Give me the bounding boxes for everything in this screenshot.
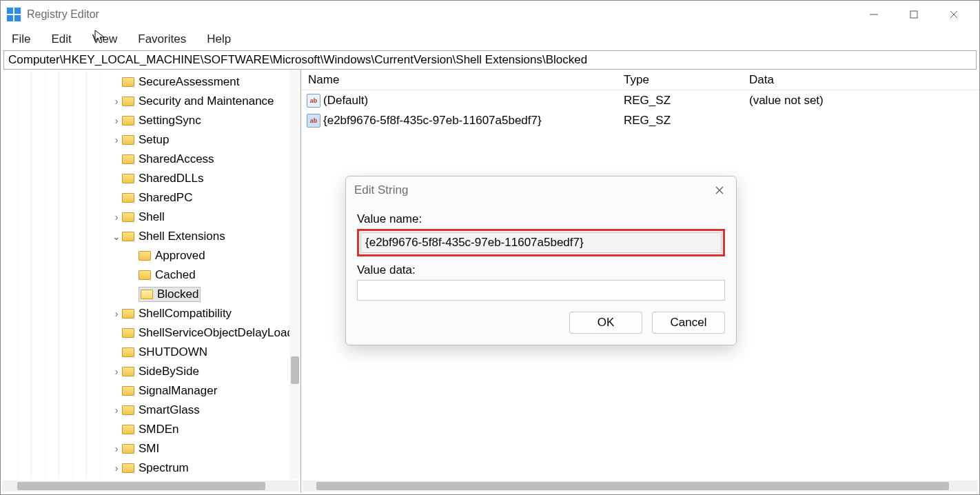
chevron-right-icon[interactable]: ›: [111, 443, 122, 454]
tree-item[interactable]: ›Spectrum: [1, 458, 300, 478]
tree-item[interactable]: Cached: [1, 265, 300, 285]
chevron-right-icon[interactable]: ›: [111, 463, 122, 474]
tree-item[interactable]: SMDEn: [1, 420, 300, 439]
value-name-highlight: [357, 229, 725, 256]
column-type[interactable]: Type: [624, 73, 749, 87]
folder-icon: [122, 309, 134, 319]
close-button[interactable]: [934, 1, 974, 28]
chevron-right-icon[interactable]: ›: [111, 405, 122, 416]
tree-item-label: Cached: [155, 268, 196, 282]
tree-item-label: SharedPC: [139, 191, 192, 205]
value-data-label: Value data:: [357, 263, 725, 277]
value-data-input[interactable]: [357, 280, 725, 301]
svg-rect-1: [14, 8, 21, 14]
tree-item[interactable]: ⌄Shell Extensions: [1, 227, 300, 246]
folder-icon: [122, 116, 134, 125]
column-data[interactable]: Data: [749, 73, 979, 87]
tree-item-label: Security and Maintenance: [139, 94, 274, 108]
folder-icon: [122, 135, 134, 145]
tree-item[interactable]: SharedPC: [1, 188, 300, 208]
folder-icon: [122, 97, 134, 106]
menu-bar: File Edit View Favorites Help: [1, 28, 979, 50]
tree-item[interactable]: ShellServiceObjectDelayLoad: [1, 323, 300, 343]
edit-string-dialog: Edit String Value name: Value data: OK C…: [345, 176, 737, 345]
tree-item-label: ShellServiceObjectDelayLoad: [139, 326, 294, 340]
folder-icon: [122, 193, 134, 203]
values-list[interactable]: ab(Default)REG_SZ(value not set)ab{e2bf9…: [301, 90, 979, 130]
value-name: (Default): [323, 94, 624, 108]
chevron-right-icon[interactable]: ›: [111, 212, 122, 223]
tree-item[interactable]: SharedDLLs: [1, 169, 300, 188]
chevron-right-icon[interactable]: ›: [111, 115, 122, 126]
svg-rect-3: [14, 15, 21, 21]
tree-item[interactable]: ›SmartGlass: [1, 401, 300, 420]
value-name: {e2bf9676-5f8f-435c-97eb-11607a5bedf7}: [323, 114, 624, 128]
registry-tree[interactable]: SecureAssessment›Security and Maintenanc…: [1, 70, 300, 479]
tree-item[interactable]: ›ShellCompatibility: [1, 304, 300, 323]
folder-icon: [139, 270, 151, 280]
folder-icon: [122, 212, 134, 222]
tree-item[interactable]: SecureAssessment: [1, 72, 300, 92]
tree-item-label: SharedAccess: [139, 152, 214, 166]
menu-file[interactable]: File: [8, 30, 34, 49]
chevron-right-icon[interactable]: ›: [111, 134, 122, 145]
maximize-button[interactable]: [894, 1, 934, 28]
value-name-input: [360, 232, 722, 253]
tree-item[interactable]: ›SettingSync: [1, 111, 300, 130]
tree-item[interactable]: ›SMI: [1, 439, 300, 458]
tree-item[interactable]: SignalManager: [1, 381, 300, 401]
tree-item[interactable]: Approved: [1, 246, 300, 265]
tree-item-label: SharedDLLs: [139, 172, 204, 185]
tree-item[interactable]: ›Security and Maintenance: [1, 92, 300, 111]
folder-icon: [122, 174, 134, 183]
cancel-button[interactable]: Cancel: [652, 312, 725, 334]
tree-item-label: SHUTDOWN: [139, 345, 207, 359]
tree-item-label: Blocked: [157, 287, 198, 301]
svg-rect-2: [7, 15, 13, 21]
folder-icon: [122, 405, 134, 415]
value-type: REG_SZ: [624, 114, 749, 128]
string-value-icon: ab: [307, 94, 320, 108]
minimize-button[interactable]: [854, 1, 894, 28]
svg-rect-0: [7, 8, 13, 14]
tree-item[interactable]: ›SideBySide: [1, 362, 300, 381]
chevron-right-icon[interactable]: ›: [111, 366, 122, 377]
menu-favorites[interactable]: Favorites: [134, 30, 190, 49]
tree-pane: SecureAssessment›Security and Maintenanc…: [1, 70, 301, 493]
tree-item-label: SmartGlass: [139, 403, 200, 417]
folder-icon: [122, 367, 134, 376]
tree-item[interactable]: Blocked: [1, 285, 300, 304]
address-bar[interactable]: Computer\HKEY_LOCAL_MACHINE\SOFTWARE\Mic…: [3, 50, 977, 70]
tree-item[interactable]: SHUTDOWN: [1, 343, 300, 362]
tree-item-label: Shell: [139, 210, 165, 224]
menu-view[interactable]: View: [88, 30, 122, 49]
dialog-close-button[interactable]: [711, 182, 728, 199]
title-bar: Registry Editor: [1, 1, 979, 28]
tree-vertical-scrollbar[interactable]: [289, 70, 300, 479]
values-header: Name Type Data: [301, 70, 979, 90]
tree-item-label: SMI: [139, 442, 159, 456]
menu-edit[interactable]: Edit: [47, 30, 75, 49]
menu-help[interactable]: Help: [203, 30, 235, 49]
column-name[interactable]: Name: [301, 73, 624, 87]
tree-item-label: SecureAssessment: [139, 75, 239, 89]
value-name-label: Value name:: [357, 212, 725, 226]
tree-item[interactable]: ›Setup: [1, 130, 300, 150]
tree-item-label: Spectrum: [139, 461, 189, 475]
value-row[interactable]: ab(Default)REG_SZ(value not set): [301, 90, 979, 110]
value-row[interactable]: ab{e2bf9676-5f8f-435c-97eb-11607a5bedf7}…: [301, 110, 979, 130]
tree-item[interactable]: ›Shell: [1, 208, 300, 227]
ok-button[interactable]: OK: [569, 312, 642, 334]
chevron-right-icon[interactable]: ›: [111, 308, 122, 319]
values-horizontal-scrollbar[interactable]: [303, 481, 978, 492]
tree-horizontal-scrollbar[interactable]: [2, 481, 299, 492]
value-data: (value not set): [749, 94, 979, 108]
tree-item-label: Shell Extensions: [139, 230, 225, 243]
tree-item-label: SideBySide: [139, 365, 199, 378]
chevron-right-icon[interactable]: ›: [111, 96, 122, 107]
dialog-title-bar[interactable]: Edit String: [346, 176, 736, 204]
tree-item-label: Setup: [139, 133, 169, 147]
tree-item[interactable]: SharedAccess: [1, 150, 300, 169]
window-title: Registry Editor: [27, 8, 854, 21]
chevron-down-icon[interactable]: ⌄: [111, 231, 122, 242]
